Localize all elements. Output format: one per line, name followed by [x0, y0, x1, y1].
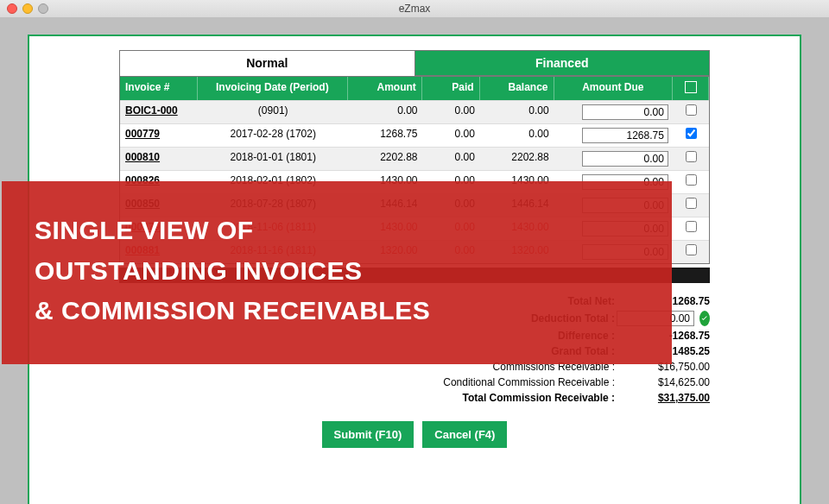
total-commission-label: Total Commission Receivable : [390, 392, 623, 404]
row-select-checkbox[interactable] [686, 174, 697, 186]
invoice-date: (0901) [198, 101, 349, 123]
col-invoice[interactable]: Invoice # [120, 77, 198, 100]
marketing-overlay: SINGLE VIEW OF OUTSTANDING INVOICES & CO… [2, 181, 672, 364]
grid-header: Invoice # Invoicing Date (Period) Amount… [120, 77, 709, 100]
invoice-amount: 2202.88 [349, 148, 423, 170]
overlay-line-1: SINGLE VIEW OF [35, 211, 639, 251]
col-paid[interactable]: Paid [422, 77, 480, 100]
total-commission-value: $31,375.00 [623, 392, 710, 404]
mac-titlebar: eZmax [0, 0, 829, 17]
table-row: BOIC1-000(0901)0.000.000.00 [120, 100, 709, 123]
col-select-all[interactable] [673, 77, 709, 100]
window-title: eZmax [0, 3, 829, 15]
conditional-commission-value: $14,625.00 [623, 376, 710, 388]
row-select-checkbox[interactable] [686, 198, 697, 209]
select-all-checkbox-icon[interactable] [685, 81, 697, 93]
col-balance[interactable]: Balance [480, 77, 554, 100]
invoice-paid: 0.00 [423, 148, 480, 170]
amount-due-input[interactable] [582, 151, 668, 167]
invoice-paid: 0.00 [423, 124, 480, 147]
amount-due-input[interactable] [582, 104, 668, 120]
col-date[interactable]: Invoicing Date (Period) [198, 77, 348, 100]
action-buttons: Submit (F10) Cancel (F4) [35, 421, 794, 448]
check-circle-icon[interactable] [699, 311, 710, 326]
invoice-amount: 0.00 [349, 101, 423, 123]
overlay-line-2: OUTSTANDING INVOICES [35, 251, 639, 292]
main-panel: Normal Financed Invoice # Invoicing Date… [28, 35, 801, 504]
invoice-balance: 0.00 [480, 124, 554, 147]
table-row: 0007792017-02-28 (1702)1268.750.000.00 [120, 123, 709, 147]
tab-financed[interactable]: Financed [415, 50, 711, 76]
row-select-checkbox[interactable] [686, 244, 697, 255]
row-select-checkbox[interactable] [686, 151, 697, 162]
invoice-paid: 0.00 [423, 101, 480, 123]
col-amount[interactable]: Amount [348, 77, 422, 100]
tab-normal[interactable]: Normal [119, 50, 415, 76]
cancel-button[interactable]: Cancel (F4) [422, 421, 507, 448]
invoice-link[interactable]: 000779 [120, 124, 198, 147]
submit-button[interactable]: Submit (F10) [322, 421, 414, 448]
col-due[interactable]: Amount Due [554, 77, 674, 100]
row-select-checkbox[interactable] [686, 221, 697, 232]
invoice-amount: 1268.75 [349, 124, 423, 147]
overlay-line-3: & COMMISSION RECEIVABLES [35, 291, 639, 331]
invoice-date: 2018-01-01 (1801) [198, 148, 349, 170]
tab-bar: Normal Financed [119, 50, 710, 76]
invoice-balance: 2202.88 [480, 148, 554, 170]
amount-due-input[interactable] [582, 128, 668, 143]
invoice-link[interactable]: BOIC1-000 [120, 101, 198, 123]
row-select-checkbox[interactable] [686, 104, 697, 116]
invoice-balance: 0.00 [480, 101, 554, 123]
conditional-commission-label: Conditional Commission Receivable : [390, 376, 623, 388]
row-select-checkbox[interactable] [686, 128, 697, 139]
invoice-date: 2017-02-28 (1702) [198, 124, 349, 147]
table-row: 0008102018-01-01 (1801)2202.880.002202.8… [120, 147, 709, 170]
invoice-link[interactable]: 000810 [120, 148, 198, 170]
